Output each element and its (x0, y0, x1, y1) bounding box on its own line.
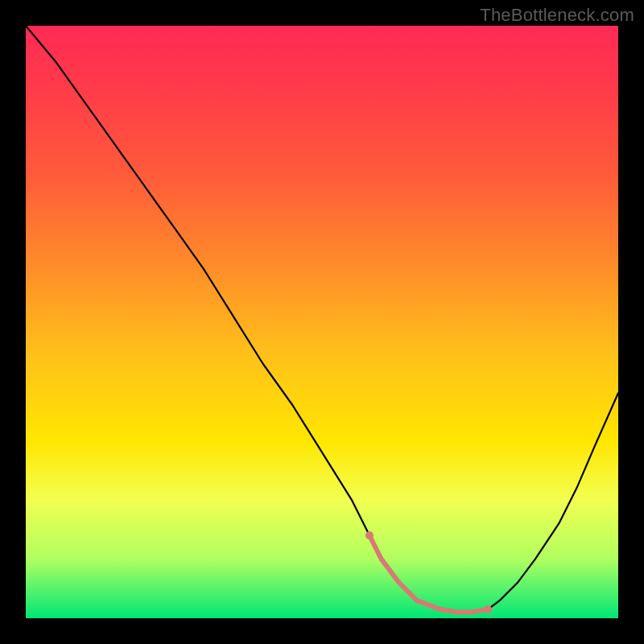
band-end-right (484, 605, 492, 613)
plot-svg (26, 26, 618, 618)
optimal-band-path (369, 535, 488, 613)
chart-frame: TheBottleneck.com (0, 0, 644, 644)
watermark-text: TheBottleneck.com (480, 5, 634, 26)
plot-area (26, 26, 618, 618)
bottleneck-curve-path (26, 26, 618, 613)
band-end-left (365, 531, 374, 539)
